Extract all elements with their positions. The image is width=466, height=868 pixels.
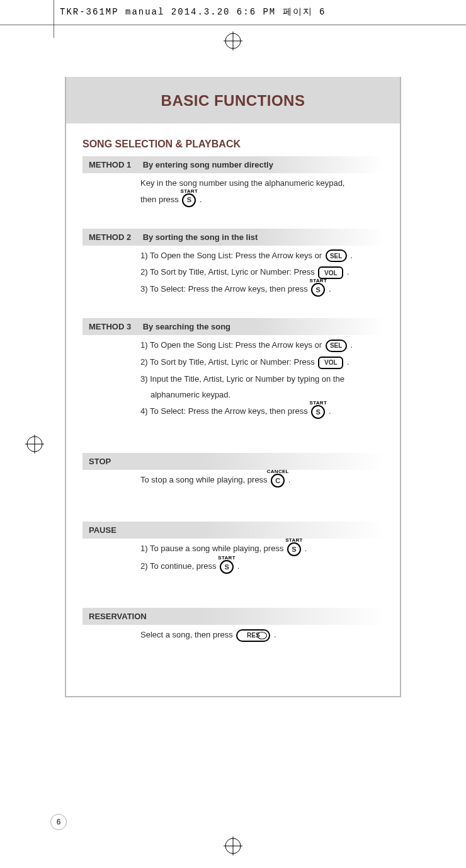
pause-line1: 1) To pause a song while playing, press … [82,539,384,556]
method2-line3: 3) To Select: Press the Arrow keys, then… [82,279,384,297]
registration-mark-top [224,31,242,50]
reservation-line: Select a song, then press RES . [82,625,384,642]
method2-header: METHOD 2 By sorting the song in the list [82,229,384,246]
crop-mark-vertical [54,0,54,38]
sel-button-icon: SEL [326,249,347,263]
crop-mark-horizontal [0,25,466,25]
sel-button-icon: SEL [326,339,347,352]
method3-line4: 4) To Select: Press the Arrow keys, then… [82,401,384,419]
vol-button-icon: VOL [318,356,343,369]
start-button-icon: STARTS [311,405,325,419]
method3-heading: By searching the song [143,322,230,331]
method2-line2: 2) To Sort by Title, Artist, Lyric or Nu… [82,262,384,279]
title-bar: BASIC FUNCTIONS [66,77,400,123]
method1-line1: Key in the song number using the alphanu… [82,173,384,190]
method3-tag: METHOD 3 [89,322,140,331]
method3-line2: 2) To Sort by Title, Artist, Lyric or Nu… [82,352,384,369]
start-button-icon: STARTS [220,560,234,574]
method2-tag: METHOD 2 [89,232,140,242]
pause-line2: 2) To continue, press STARTS . [82,556,384,574]
manual-page: BASIC FUNCTIONS SONG SELECTION & PLAYBAC… [65,77,401,697]
pause-header: PAUSE [82,522,384,539]
stop-header: STOP [82,453,384,470]
method3-line3: 3) Input the Title, Artist, Lyric or Num… [82,369,384,385]
page-number: 6 [50,814,67,830]
method2-line1: 1) To Open the Song List: Press the Arro… [82,246,384,263]
start-button-icon: STARTS [311,283,325,297]
method1-line2: then press STARTS . [82,190,384,207]
method3-line1: 1) To Open the Song List: Press the Arro… [82,335,384,352]
stop-line: To stop a song while playing, press CANC… [82,470,384,488]
registration-mark-left [25,435,44,454]
file-header: TKR-361MP manual 2014.3.20 6:6 PM 페이지 6 [60,6,326,18]
page-title: BASIC FUNCTIONS [72,92,394,110]
cancel-button-icon: CANCELC [271,474,285,488]
reservation-header: RESERVATION [82,608,384,625]
registration-mark-bottom [224,837,242,855]
method1-heading: By entering song number directly [143,160,273,169]
method2-heading: By sorting the song in the list [143,232,258,242]
method3-line3b: alphanumeric keypad. [82,385,384,401]
res-button-icon: RES [236,629,270,642]
method1-header: METHOD 1 By entering song number directl… [82,156,384,173]
start-button-icon: STARTS [182,193,196,207]
method1-tag: METHOD 1 [89,160,140,169]
section-title: SONG SELECTION & PLAYBACK [82,139,384,150]
start-button-icon: STARTS [287,542,301,556]
method3-header: METHOD 3 By searching the song [82,318,384,335]
